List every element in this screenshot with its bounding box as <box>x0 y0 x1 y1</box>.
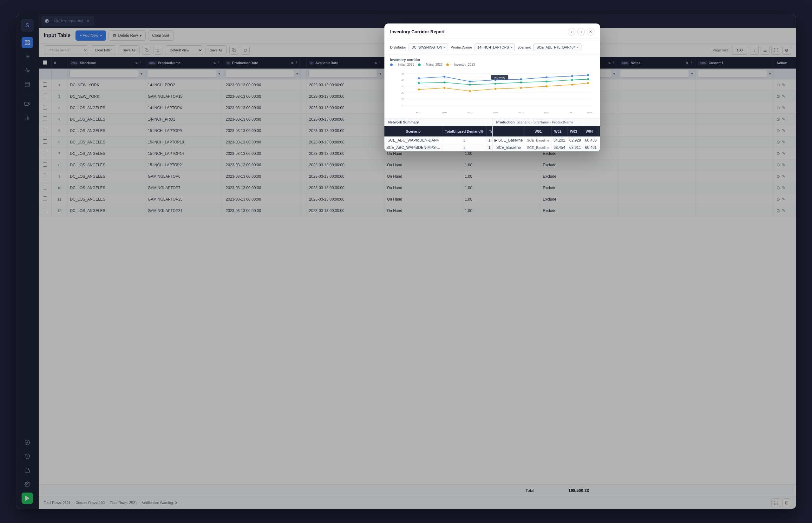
svg-text:20: 20 <box>401 104 404 107</box>
corridor-chart: 45 40 35 30 25 20 W01 W02 W03 W04 W05 W0… <box>390 69 594 116</box>
svg-point-71 <box>520 87 522 89</box>
production-title: Production Scenario - SiteName - Product… <box>493 119 601 126</box>
svg-text:W05: W05 <box>518 111 524 114</box>
chart-legend: — Initial_2023 — Maint_2023 — Inventoy_2… <box>390 63 594 66</box>
svg-point-72 <box>546 85 547 87</box>
svg-point-70 <box>494 88 496 90</box>
svg-text:13 Quantity: 13 Quantity <box>493 76 505 79</box>
svg-point-67 <box>418 89 420 90</box>
svg-point-58 <box>587 74 589 76</box>
svg-text:25: 25 <box>401 98 404 101</box>
modal-header: Inventory Corridor Report ◁ ▷ ✕ <box>384 23 600 40</box>
svg-point-56 <box>546 76 547 78</box>
production-section: Production Scenario - SiteName - Product… <box>493 119 601 151</box>
svg-text:W04: W04 <box>493 111 498 114</box>
svg-point-52 <box>443 76 445 78</box>
production-row: SCE_BaselineSCE_Baseline63,45463,91166,4… <box>493 144 601 151</box>
svg-point-62 <box>494 83 496 85</box>
distributor-filter[interactable]: DC_WASHINGTON ~ <box>409 43 448 51</box>
svg-point-53 <box>469 80 471 83</box>
svg-text:W06: W06 <box>544 111 549 114</box>
network-summary-row: SCE_ABC_WAPrdDEN-DAN411,506,442,143$479,… <box>384 137 493 144</box>
svg-text:W02: W02 <box>442 111 447 114</box>
svg-text:W07: W07 <box>569 111 575 114</box>
svg-text:W08: W08 <box>587 111 592 114</box>
modal-chart-area: Inventory corridor — Initial_2023 — Main… <box>384 55 600 118</box>
legend-item-1: — Initial_2023 <box>390 63 414 66</box>
modal-overlay: Inventory Corridor Report ◁ ▷ ✕ Distribu… <box>16 14 796 509</box>
modal-nav-close[interactable]: ✕ <box>587 28 594 36</box>
legend-item-3: — Inventoy_2023 <box>446 63 475 66</box>
svg-text:W03: W03 <box>467 111 473 114</box>
network-summary-row: SCE_ABC_WAPrdDEN-MPS-...11,780,442,143$4… <box>384 144 493 151</box>
svg-point-66 <box>587 78 589 80</box>
modal-tables: Network Summary Scenario TotalUnused Dem… <box>384 118 600 151</box>
modal-filters: Distributor DC_WASHINGTON ~ ProductName … <box>384 40 600 55</box>
modal-nav-prev[interactable]: ◁ <box>568 28 575 36</box>
legend-item-2: — Maint_2023 <box>418 63 442 66</box>
svg-point-63 <box>520 82 522 84</box>
svg-point-74 <box>587 82 589 84</box>
product-filter[interactable]: 14-INCH_LAPTOPS ~ <box>474 43 515 51</box>
svg-point-61 <box>469 84 471 86</box>
network-summary-table: Scenario TotalUnused Demand% TotalCost T… <box>384 126 493 151</box>
svg-text:W01: W01 <box>416 111 421 114</box>
production-row: ▶ SCE_BaselineSCE_Baseline64,20262,92966… <box>493 137 601 144</box>
scenario-filter[interactable]: SCE_ABL_FTL_DAN484 ~ <box>533 43 581 51</box>
svg-text:30: 30 <box>401 91 404 94</box>
modal-title: Inventory Corridor Report <box>390 29 445 34</box>
svg-text:35: 35 <box>401 85 404 88</box>
svg-point-60 <box>443 82 445 84</box>
svg-point-59 <box>418 82 420 84</box>
svg-point-55 <box>520 78 522 80</box>
svg-point-65 <box>571 79 573 81</box>
inventory-corridor-modal: Inventory Corridor Report ◁ ▷ ✕ Distribu… <box>384 23 600 151</box>
svg-text:45: 45 <box>401 72 404 75</box>
network-summary-title: Network Summary <box>384 119 492 126</box>
svg-point-68 <box>443 87 445 89</box>
svg-point-69 <box>469 90 471 92</box>
svg-text:40: 40 <box>401 79 404 82</box>
svg-point-73 <box>571 84 573 86</box>
chart-title: Inventory corridor <box>390 58 594 61</box>
svg-point-57 <box>571 75 573 77</box>
production-table: W01 W02 W03 W04 W05 ▶ SCE_BaselineSCE_Ba… <box>493 126 601 151</box>
svg-point-51 <box>418 77 420 79</box>
svg-point-64 <box>546 80 547 83</box>
modal-nav-next[interactable]: ▷ <box>577 28 585 36</box>
network-summary-section: Network Summary Scenario TotalUnused Dem… <box>384 119 493 151</box>
